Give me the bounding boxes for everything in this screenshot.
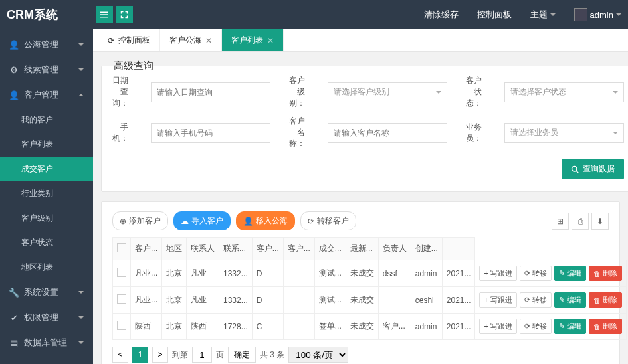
sidebar-item[interactable]: 客户列表: [0, 132, 93, 157]
sidebar-group[interactable]: ✔权限管理: [0, 305, 93, 330]
date-input[interactable]: [151, 82, 270, 102]
cell: dssf: [378, 260, 411, 287]
tab-label: 客户列表: [231, 35, 263, 46]
table-row: 凡业...北京凡业1332...D测试...未成交ceshi2021...+ 写…: [113, 287, 627, 314]
chevron-down-icon: [78, 316, 84, 319]
menu-toggle-button[interactable]: [96, 6, 113, 23]
cell: 1332...: [219, 287, 253, 314]
follow-button[interactable]: + 写跟进: [479, 266, 516, 281]
theme-dropdown[interactable]: 主题: [530, 9, 556, 21]
cell: 2021...: [442, 260, 475, 287]
status-select[interactable]: 请选择客户状态: [504, 82, 624, 102]
row-checkbox[interactable]: [117, 321, 126, 330]
edit-button[interactable]: ✎ 编辑: [554, 266, 586, 281]
tab-close-icon[interactable]: ✕: [205, 36, 212, 45]
row-checkbox[interactable]: [117, 268, 126, 277]
delete-button[interactable]: 🗑 删除: [589, 319, 622, 334]
sidebar-item[interactable]: 客户状态: [0, 230, 93, 255]
follow-button[interactable]: + 写跟进: [479, 292, 516, 308]
user-dropdown[interactable]: admin: [574, 8, 621, 21]
tab-label: 控制面板: [118, 35, 150, 46]
sidebar-item[interactable]: 我的客户: [0, 108, 93, 132]
transfer-button[interactable]: ⟳ 转移: [520, 292, 552, 308]
cell: D: [252, 260, 283, 287]
tabs: ⟳控制面板客户公海✕客户列表✕: [93, 29, 628, 52]
wrench-icon: 🔧: [9, 288, 19, 297]
edit-button[interactable]: ✎ 编辑: [554, 292, 586, 308]
refresh-icon: ⟳: [108, 36, 114, 45]
page-1-button[interactable]: 1: [132, 347, 148, 363]
phone-label: 手机：: [112, 122, 132, 144]
grid-icon: ⊞: [557, 217, 564, 226]
transfer-button[interactable]: ⟳ 转移: [520, 266, 552, 281]
column-header: 最新...: [346, 238, 378, 260]
sidebar-group[interactable]: 🔧系统设置: [0, 280, 93, 305]
refresh-icon: ⟳: [524, 269, 530, 278]
edit-button[interactable]: ✎ 编辑: [554, 319, 586, 334]
search-button[interactable]: 查询数据: [562, 159, 624, 179]
export-button[interactable]: ⬇: [591, 213, 609, 230]
sidebar-item[interactable]: 成交客户: [0, 157, 93, 181]
column-header: [113, 238, 131, 260]
sidebar-group[interactable]: 👤公海管理: [0, 32, 93, 57]
sidebar-group[interactable]: ⚙线索管理: [0, 57, 93, 82]
cell: 测试...: [314, 287, 346, 314]
transfer-button[interactable]: ⟳ 转移: [520, 319, 552, 334]
tab[interactable]: 客户列表✕: [222, 29, 284, 51]
delete-button[interactable]: 🗑 删除: [589, 292, 622, 308]
svg-rect-0: [100, 12, 108, 13]
customer-table: 客户...地区联系人联系...客户...客户...成交...最新...负责人创建…: [112, 237, 627, 340]
move-sea-button[interactable]: 👤移入公海: [236, 211, 295, 230]
row-checkbox[interactable]: [117, 294, 126, 304]
cell: [378, 287, 411, 314]
trash-icon: 🗑: [593, 296, 601, 304]
columns-button[interactable]: ⊞: [552, 213, 569, 230]
table-row: 陕西北京陕西1728...C签单...未成交客户...admin2021...+…: [113, 314, 627, 340]
sidebar-group[interactable]: 👤客户管理: [0, 82, 93, 108]
tab-close-icon[interactable]: ✕: [267, 36, 274, 45]
fullscreen-button[interactable]: [116, 6, 133, 23]
sidebar-item[interactable]: 客户级别: [0, 206, 93, 230]
sales-select[interactable]: 请选择业务员: [504, 123, 624, 143]
prev-page-button[interactable]: <: [112, 347, 128, 363]
avatar: [574, 8, 587, 21]
pagination: < 1 > 到第 页 确定 共 3 条 100 条/页: [112, 347, 609, 363]
tab-label: 客户公海: [169, 35, 201, 46]
transfer-customer-button[interactable]: ⟳转移客户: [300, 211, 356, 230]
svg-point-3: [572, 166, 577, 171]
per-page-select[interactable]: 100 条/页: [288, 347, 348, 363]
sidebar-group-label: 数据库管理: [24, 337, 67, 349]
phone-input[interactable]: [151, 123, 270, 143]
next-page-button[interactable]: >: [152, 347, 168, 363]
sidebar-group[interactable]: ▤数据库管理: [0, 330, 93, 355]
search-title: 高级查询: [110, 60, 157, 72]
sidebar-item[interactable]: 地区列表: [0, 255, 93, 280]
dashboard-link[interactable]: 控制面板: [477, 9, 512, 21]
chevron-down-icon: [613, 132, 618, 134]
add-customer-button[interactable]: ⊕添加客户: [112, 211, 168, 230]
plus-icon: ⊕: [120, 217, 126, 226]
chevron-down-icon: [78, 43, 84, 46]
import-customer-button[interactable]: ☁导入客户: [173, 211, 231, 230]
sidebar-item[interactable]: 行业类别: [0, 181, 93, 206]
name-input[interactable]: [328, 123, 447, 143]
select-all-checkbox[interactable]: [117, 243, 126, 252]
level-select[interactable]: 请选择客户级别: [328, 82, 447, 102]
download-icon: ⬇: [597, 217, 603, 226]
pencil-icon: ✎: [559, 269, 565, 278]
cell: admin: [411, 314, 442, 340]
clear-cache-link[interactable]: 清除缓存: [424, 9, 459, 21]
tab[interactable]: 客户公海✕: [160, 29, 222, 51]
print-button[interactable]: ⎙: [572, 213, 589, 230]
goto-page-input[interactable]: [192, 347, 212, 363]
sidebar: 👤公海管理⚙线索管理👤客户管理我的客户客户列表成交客户行业类别客户级别客户状态地…: [0, 29, 93, 364]
cell: C: [252, 314, 283, 340]
goto-confirm-button[interactable]: 确定: [228, 347, 256, 363]
tab[interactable]: ⟳控制面板: [98, 29, 160, 51]
follow-button[interactable]: + 写跟进: [479, 319, 516, 334]
sidebar-group-label: 线索管理: [24, 64, 58, 76]
cell: 陕西: [187, 314, 219, 340]
cell: 1728...: [219, 314, 253, 340]
svg-rect-2: [100, 17, 108, 18]
delete-button[interactable]: 🗑 删除: [589, 266, 622, 281]
